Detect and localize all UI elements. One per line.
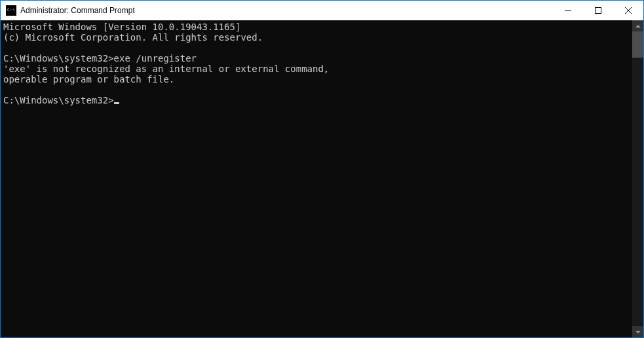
svg-marker-5 [635,331,641,333]
svg-marker-4 [635,25,641,28]
console-prompt: C:\Windows\system32> [3,53,114,64]
console-area: Microsoft Windows [Version 10.0.19043.11… [1,20,643,337]
scroll-down-button[interactable] [632,326,643,337]
console-line: Microsoft Windows [Version 10.0.19043.11… [3,22,240,32]
console-error: operable program or batch file. [3,74,174,84]
svg-rect-1 [596,8,601,14]
titlebar[interactable]: C:\_ Administrator: Command Prompt [1,1,643,20]
window-title: Administrator: Command Prompt [20,6,135,15]
console-command: exe /unregister [114,53,197,64]
console-error: 'exe' is not recognized as an internal o… [3,64,329,74]
vertical-scrollbar[interactable] [632,20,643,337]
console-prompt: C:\Windows\system32> [3,95,114,105]
scroll-track[interactable] [632,31,643,326]
minimize-button[interactable] [553,1,583,20]
console-line: (c) Microsoft Corporation. All rights re… [3,32,263,43]
cmd-icon: C:\_ [6,5,16,16]
close-button[interactable] [613,1,643,20]
console-output[interactable]: Microsoft Windows [Version 10.0.19043.11… [1,20,632,337]
cursor [114,102,119,104]
window-controls [553,1,643,20]
maximize-button[interactable] [583,1,613,20]
scroll-up-button[interactable] [632,20,643,31]
scroll-thumb[interactable] [632,31,643,58]
command-prompt-window: C:\_ Administrator: Command Prompt Micro… [1,1,643,337]
